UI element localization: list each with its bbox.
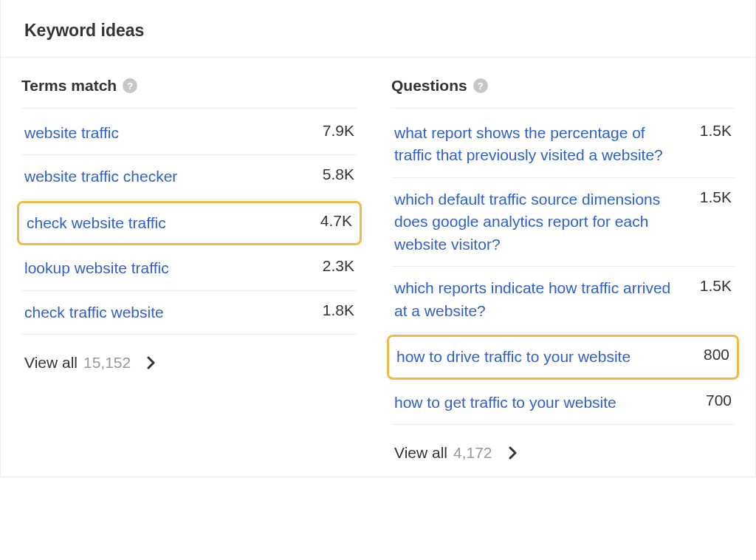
keyword-volume: 700 bbox=[706, 392, 732, 409]
keyword-volume: 800 bbox=[704, 346, 729, 363]
view-all-terms[interactable]: View all 15,152 bbox=[21, 335, 357, 379]
keyword-link[interactable]: lookup website traffic bbox=[24, 257, 308, 279]
keyword-volume: 1.5K bbox=[700, 122, 732, 140]
keyword-volume: 2.3K bbox=[323, 257, 354, 275]
keyword-link[interactable]: how to get traffic to your website bbox=[394, 392, 691, 414]
keyword-link[interactable]: which reports indicate how traffic arriv… bbox=[394, 277, 685, 322]
terms-match-title: Terms match bbox=[21, 77, 117, 95]
chevron-right-icon bbox=[509, 446, 518, 460]
table-row: check traffic website 1.8K bbox=[21, 291, 357, 335]
view-all-count: 4,172 bbox=[453, 444, 492, 462]
keyword-link[interactable]: website traffic checker bbox=[24, 165, 308, 188]
table-row: website traffic checker 5.8K bbox=[21, 155, 357, 199]
keyword-volume: 1.8K bbox=[323, 301, 354, 319]
chevron-right-icon bbox=[147, 356, 156, 369]
table-row: which reports indicate how traffic arriv… bbox=[391, 267, 735, 333]
keyword-volume: 7.9K bbox=[323, 122, 354, 140]
keyword-link[interactable]: check traffic website bbox=[24, 301, 308, 324]
view-all-label: View all bbox=[24, 354, 78, 372]
view-all-label: View all bbox=[394, 444, 447, 462]
table-row-highlighted: check website traffic 4.7K bbox=[17, 201, 362, 245]
table-row-highlighted: how to drive traffic to your website 800 bbox=[387, 335, 739, 379]
view-all-count: 15,152 bbox=[83, 354, 131, 372]
help-icon[interactable]: ? bbox=[123, 78, 137, 93]
panel-title: Keyword ideas bbox=[24, 21, 732, 41]
table-row: how to get traffic to your website 700 bbox=[391, 381, 735, 425]
keyword-volume: 1.5K bbox=[700, 188, 732, 206]
keyword-link[interactable]: how to drive traffic to your website bbox=[396, 346, 689, 368]
keyword-link[interactable]: which default traffic source dimensions … bbox=[394, 188, 685, 256]
keyword-volume: 5.8K bbox=[323, 165, 354, 183]
table-row: website traffic 7.9K bbox=[21, 112, 357, 155]
table-row: lookup website traffic 2.3K bbox=[21, 247, 357, 290]
terms-match-column: Terms match ? website traffic 7.9K websi… bbox=[1, 58, 378, 477]
table-row: what report shows the percentage of traf… bbox=[391, 112, 735, 178]
keyword-volume: 1.5K bbox=[700, 277, 732, 295]
keyword-link[interactable]: what report shows the percentage of traf… bbox=[394, 122, 685, 167]
questions-title: Questions bbox=[391, 77, 467, 95]
keyword-link[interactable]: website traffic bbox=[24, 122, 308, 144]
keyword-link[interactable]: check website traffic bbox=[27, 212, 306, 234]
panel-header: Keyword ideas bbox=[1, 0, 755, 58]
questions-column: Questions ? what report shows the percen… bbox=[378, 58, 755, 477]
table-row: which default traffic source dimensions … bbox=[391, 178, 735, 267]
keyword-volume: 4.7K bbox=[320, 212, 352, 230]
help-icon[interactable]: ? bbox=[473, 78, 488, 93]
view-all-questions[interactable]: View all 4,172 bbox=[391, 425, 735, 469]
